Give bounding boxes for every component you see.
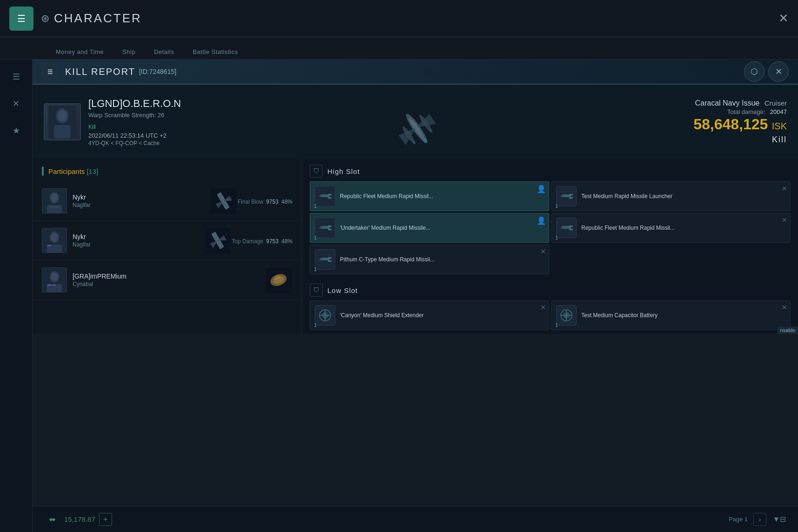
high-slot-icon: ⛉ [310,165,323,178]
participant-corp: Naglfar [73,241,204,248]
svg-rect-44 [319,195,322,197]
kill-badge: Kill [88,124,96,130]
participant-stats: Final Blow 9753 48% [238,197,293,205]
low-slot-section: ⛉ Low Slot [302,278,798,330]
high-slot-item-1[interactable]: Test Medium Rapid Missile Launcher 1 ✕ [551,181,791,211]
hamburger-icon: ☰ [17,13,26,24]
tab-money-time[interactable]: Money and Time [56,45,104,59]
kr-export-button[interactable]: ⬡ [744,61,765,82]
bottom-bar: ⬌ 15,178.87 + Page 1 › ▼⊟ [33,506,798,532]
page-label: Page 1 [729,516,748,523]
tab-details[interactable]: Details [154,45,174,59]
participant-name: Nykr [73,233,204,240]
low-slot-item-1[interactable]: Test Medium Capacitor Battery 1 ✕ [551,300,791,330]
svg-rect-37 [52,285,56,286]
kr-close-button[interactable]: ✕ [768,61,789,82]
sidebar-star-icon[interactable]: ★ [7,121,26,140]
sidebar-crosshair-icon[interactable]: ✕ [7,94,26,113]
kill-report-panel: ☰ KILL REPORT [ID:7248615] ⬡ ✕ [33,60,798,532]
participant-name-corp: Nykr Naglfar [73,233,204,248]
kr-menu-icon: ☰ [47,68,53,75]
victim-warp-scramble: Warp Scramble Strength: 26 [88,112,181,119]
app-close-button[interactable]: ✕ [778,11,789,26]
kill-type: Kill [693,135,787,145]
bottom-value: 15,178.87 [64,515,95,523]
tab-ship[interactable]: Ship [122,45,135,59]
title-area: ⊛ CHARACTER [41,11,142,26]
high-slot-item-4[interactable]: Pithum C-Type Medium Rapid Missil... 1 ✕ [310,245,549,274]
participant-name-corp: Nykr Naglfar [73,193,210,208]
kill-timestamp: 2022/06/11 22:53:14 UTC +2 [88,132,181,139]
close-icon[interactable]: ✕ [782,216,787,224]
tab-battle-stats[interactable]: Battle Statistics [193,45,238,59]
ship-name: Caracal Navy Issue [695,99,759,107]
left-sidebar: ☰ ✕ ★ [0,60,33,532]
slot-item-name: Republic Fleet Medium Rapid Missil... [581,224,785,232]
slot-item-qty: 1 [314,203,317,209]
close-icon[interactable]: ✕ [540,304,546,311]
kill-report-id: [ID:7248615] [139,68,176,75]
svg-rect-54 [319,227,322,229]
svg-rect-18 [48,206,60,208]
participant-avatar [42,188,67,213]
participant-item[interactable]: [GRA]imPREMium Cynabal [33,260,302,300]
participant-item[interactable]: Nykr Naglfar [33,221,302,260]
high-slot-item-3[interactable]: Republic Fleet Medium Rapid Missil... 1 … [551,213,791,243]
svg-rect-66 [328,260,332,262]
total-damage-value: 20047 [770,108,787,115]
slot-item-icon [315,305,335,326]
svg-rect-59 [561,227,564,229]
participant-item[interactable]: Nykr Naglfar [33,181,302,221]
svg-rect-2 [54,125,71,138]
damage-val-1: 9753 [266,238,279,245]
victim-info: [LGND]O.B.E.R.O.N Warp Scramble Strength… [88,98,181,146]
svg-rect-65 [328,257,332,259]
slot-item-icon [315,218,335,238]
svg-rect-55 [328,226,332,227]
filter-button[interactable]: ▼⊟ [772,512,787,527]
stat-row-topdmg: Top Damage 9753 48% [232,238,293,245]
damage-val-0: 9753 [266,199,279,205]
participants-header: Participants [13] [33,159,302,181]
slot-item-qty: 1 [314,266,317,272]
high-slot-item-0[interactable]: Republic Fleet Medium Rapid Missil... 1 … [310,181,549,211]
kr-menu-button[interactable]: ☰ [42,63,59,80]
slot-item-qty: 1 [314,235,317,240]
total-damage-row: Total damage: 20047 [693,107,787,116]
close-icon[interactable]: ✕ [540,248,546,255]
svg-rect-45 [328,194,332,195]
high-slot-item-2[interactable]: 'Undertaker' Medium Rapid Missile... 1 👤 [310,213,549,243]
top-bar: ☰ ⊛ CHARACTER ✕ [0,0,798,37]
low-slot-item-0[interactable]: 'Canyon' Medium Shield Extender 1 ✕ [310,300,549,330]
participant-ship-img [210,187,238,215]
svg-point-3 [58,110,67,121]
high-slot-title: High Slot [327,167,360,175]
pct-val-0: 48% [281,199,293,205]
final-blow-label: Final Blow [238,199,263,205]
slot-item-name: 'Undertaker' Medium Rapid Missile... [340,224,544,232]
isk-value-row: 58,648,125 ISK [693,116,787,133]
close-icon[interactable]: ✕ [782,304,787,311]
participants-panel: Participants [13] [33,159,302,334]
fittings-panel: ⛉ High Slot [302,159,798,334]
svg-point-35 [51,273,58,281]
svg-rect-36 [48,285,52,286]
sidebar-menu-icon[interactable]: ☰ [7,67,26,86]
close-icon[interactable]: ✕ [782,185,787,192]
participant-ship-img [204,226,232,254]
isk-value: 58,648,125 [693,116,768,133]
top-menu-button[interactable]: ☰ [9,7,33,31]
participant-ship-img [265,266,293,294]
participant-corp: Naglfar [73,202,210,208]
kill-value-area: Caracal Navy Issue Cruiser Total damage:… [693,99,787,145]
kill-report-header: ☰ KILL REPORT [ID:7248615] ⬡ ✕ [33,60,798,85]
svg-rect-46 [328,197,332,199]
bottom-chart-icon[interactable]: ⬌ [44,511,60,528]
ship-image-area [364,89,466,164]
bottom-plus-button[interactable]: + [99,513,112,526]
slot-item-qty: 1 [555,322,558,328]
top-damage-label: Top Damage [232,238,263,245]
plus-icon: + [103,515,107,524]
next-page-button[interactable]: › [753,513,766,526]
svg-rect-51 [569,197,573,199]
